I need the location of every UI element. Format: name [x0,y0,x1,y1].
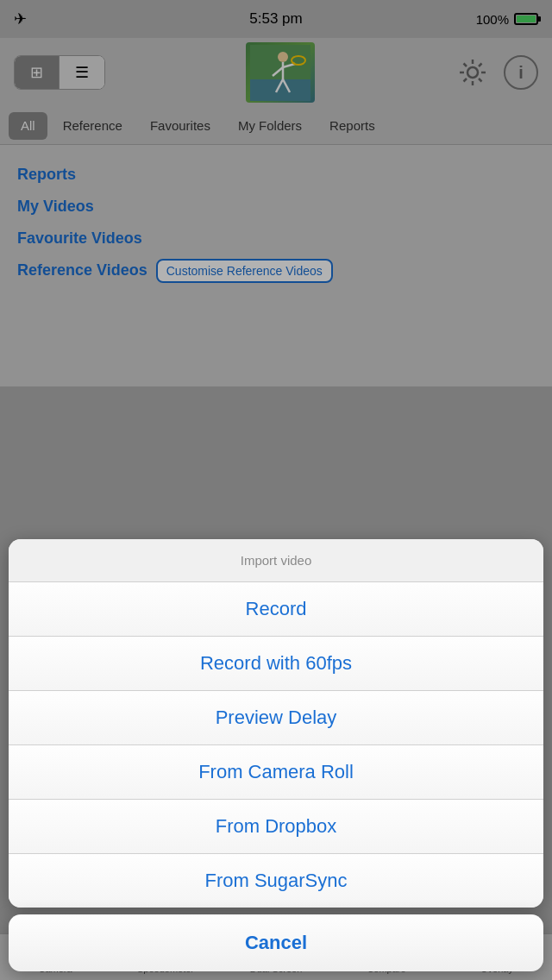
action-record-60fps[interactable]: Record with 60fps [9,637,543,691]
action-sheet-container: Import video Record Record with 60fps Pr… [9,539,543,980]
action-preview-delay[interactable]: Preview Delay [9,691,543,745]
action-record[interactable]: Record [9,582,543,637]
action-sugarsync[interactable]: From SugarSync [9,854,543,908]
cancel-button[interactable]: Cancel [9,914,543,971]
action-sheet-title: Import video [9,539,543,582]
overlay-background[interactable]: Import video Record Record with 60fps Pr… [0,0,552,980]
action-dropbox[interactable]: From Dropbox [9,800,543,854]
action-sheet: Import video Record Record with 60fps Pr… [9,539,543,908]
action-camera-roll[interactable]: From Camera Roll [9,745,543,800]
